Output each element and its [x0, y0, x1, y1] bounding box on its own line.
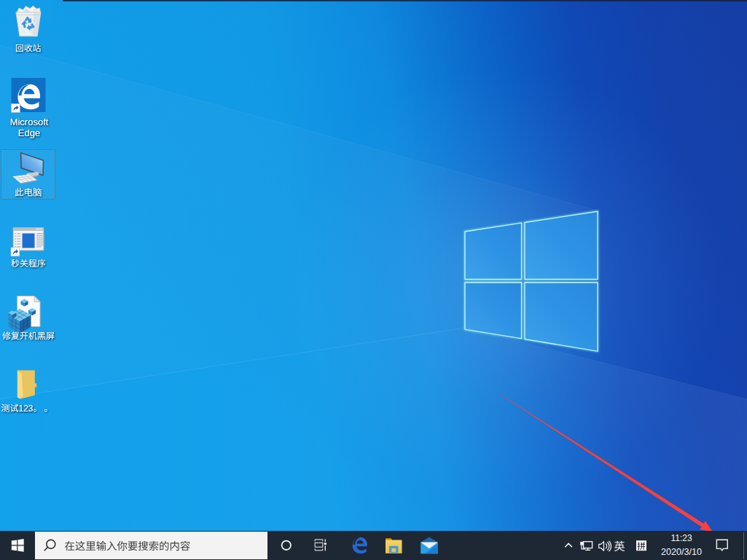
svg-text:11:23: 11:23 [670, 533, 692, 543]
svg-text:Edge: Edge [18, 127, 40, 138]
svg-text:Microsoft: Microsoft [10, 117, 49, 127]
svg-text:123: 123 [18, 403, 33, 414]
svg-text:2020/3/10: 2020/3/10 [661, 547, 702, 557]
